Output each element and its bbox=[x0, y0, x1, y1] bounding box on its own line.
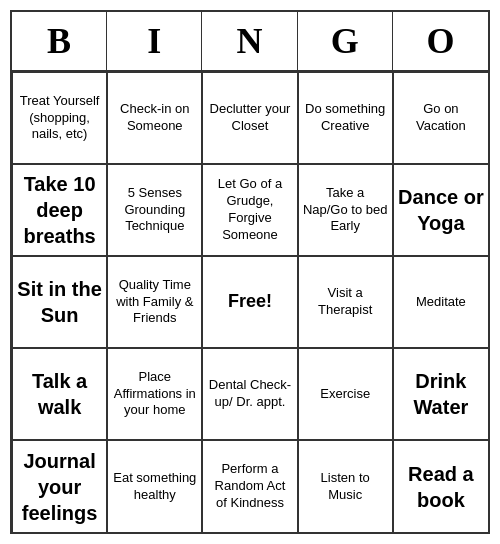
bingo-cell-14[interactable]: Meditate bbox=[393, 256, 488, 348]
bingo-cell-16[interactable]: Place Affirmations in your home bbox=[107, 348, 202, 440]
header-letter-b: B bbox=[12, 12, 107, 70]
cell-text-22: Perform a Random Act of Kindness bbox=[207, 461, 292, 512]
bingo-cell-3[interactable]: Do something Creative bbox=[298, 72, 393, 164]
header-letter-o: O bbox=[393, 12, 488, 70]
cell-text-10: Sit in the Sun bbox=[17, 276, 102, 328]
bingo-cell-10[interactable]: Sit in the Sun bbox=[12, 256, 107, 348]
bingo-cell-12[interactable]: Free! bbox=[202, 256, 297, 348]
bingo-cell-22[interactable]: Perform a Random Act of Kindness bbox=[202, 440, 297, 532]
header-letter-i: I bbox=[107, 12, 202, 70]
bingo-cell-8[interactable]: Take a Nap/Go to bed Early bbox=[298, 164, 393, 256]
bingo-cell-20[interactable]: Journal your feelings bbox=[12, 440, 107, 532]
bingo-cell-7[interactable]: Let Go of a Grudge, Forgive Someone bbox=[202, 164, 297, 256]
cell-text-17: Dental Check-up/ Dr. appt. bbox=[207, 377, 292, 411]
bingo-header: BINGO bbox=[12, 12, 488, 72]
bingo-cell-13[interactable]: Visit a Therapist bbox=[298, 256, 393, 348]
bingo-card: BINGO Treat Yourself (shopping, nails, e… bbox=[10, 10, 490, 534]
bingo-cell-21[interactable]: Eat something healthy bbox=[107, 440, 202, 532]
bingo-cell-4[interactable]: Go on Vacation bbox=[393, 72, 488, 164]
cell-text-1: Check-in on Someone bbox=[112, 101, 197, 135]
bingo-cell-24[interactable]: Read a book bbox=[393, 440, 488, 532]
cell-text-6: 5 Senses Grounding Technique bbox=[112, 185, 197, 236]
bingo-cell-2[interactable]: Declutter your Closet bbox=[202, 72, 297, 164]
cell-text-12: Free! bbox=[228, 290, 272, 313]
bingo-cell-11[interactable]: Quality Time with Family & Friends bbox=[107, 256, 202, 348]
cell-text-11: Quality Time with Family & Friends bbox=[112, 277, 197, 328]
bingo-cell-1[interactable]: Check-in on Someone bbox=[107, 72, 202, 164]
bingo-cell-6[interactable]: 5 Senses Grounding Technique bbox=[107, 164, 202, 256]
bingo-cell-9[interactable]: Dance or Yoga bbox=[393, 164, 488, 256]
cell-text-14: Meditate bbox=[416, 294, 466, 311]
bingo-cell-15[interactable]: Talk a walk bbox=[12, 348, 107, 440]
bingo-cell-19[interactable]: Drink Water bbox=[393, 348, 488, 440]
bingo-cell-23[interactable]: Listen to Music bbox=[298, 440, 393, 532]
cell-text-0: Treat Yourself (shopping, nails, etc) bbox=[17, 93, 102, 144]
cell-text-21: Eat something healthy bbox=[112, 470, 197, 504]
cell-text-2: Declutter your Closet bbox=[207, 101, 292, 135]
bingo-cell-0[interactable]: Treat Yourself (shopping, nails, etc) bbox=[12, 72, 107, 164]
cell-text-8: Take a Nap/Go to bed Early bbox=[303, 185, 388, 236]
cell-text-15: Talk a walk bbox=[17, 368, 102, 420]
bingo-cell-5[interactable]: Take 10 deep breaths bbox=[12, 164, 107, 256]
cell-text-7: Let Go of a Grudge, Forgive Someone bbox=[207, 176, 292, 244]
cell-text-24: Read a book bbox=[398, 461, 484, 513]
cell-text-23: Listen to Music bbox=[303, 470, 388, 504]
cell-text-5: Take 10 deep breaths bbox=[17, 171, 102, 249]
cell-text-18: Exercise bbox=[320, 386, 370, 403]
cell-text-19: Drink Water bbox=[398, 368, 484, 420]
cell-text-9: Dance or Yoga bbox=[398, 184, 484, 236]
cell-text-20: Journal your feelings bbox=[17, 448, 102, 526]
bingo-cell-17[interactable]: Dental Check-up/ Dr. appt. bbox=[202, 348, 297, 440]
header-letter-g: G bbox=[298, 12, 393, 70]
header-letter-n: N bbox=[202, 12, 297, 70]
bingo-cell-18[interactable]: Exercise bbox=[298, 348, 393, 440]
cell-text-3: Do something Creative bbox=[303, 101, 388, 135]
bingo-grid: Treat Yourself (shopping, nails, etc)Che… bbox=[12, 72, 488, 532]
cell-text-13: Visit a Therapist bbox=[303, 285, 388, 319]
cell-text-4: Go on Vacation bbox=[398, 101, 484, 135]
cell-text-16: Place Affirmations in your home bbox=[112, 369, 197, 420]
